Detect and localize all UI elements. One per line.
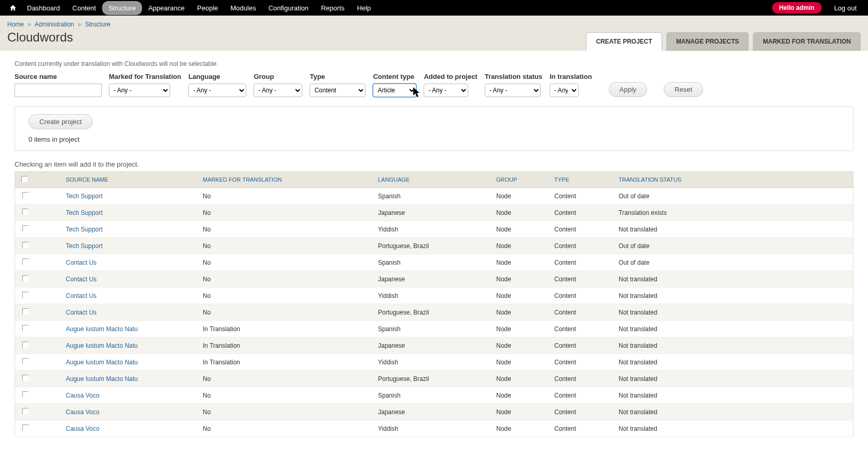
filter-translation-status-select[interactable]: - Any -	[485, 84, 541, 97]
nav-people[interactable]: People	[191, 1, 224, 15]
nav-modules[interactable]: Modules	[225, 1, 262, 15]
breadcrumb-sep: »	[78, 21, 81, 28]
reset-button[interactable]: Reset	[664, 82, 703, 97]
filter-in-translation-select[interactable]: - Any -	[550, 84, 579, 97]
table-row: Tech SupportNoPortuguese, BrazilNodeCont…	[15, 238, 853, 254]
main-content: Content currently under translation with…	[0, 51, 868, 446]
nav-reports[interactable]: Reports	[315, 1, 351, 15]
source-name-link[interactable]: Causa Voco	[66, 425, 100, 432]
source-name-link[interactable]: Augue Iustum Macto Natu	[66, 359, 138, 366]
create-project-button[interactable]: Create project	[29, 114, 93, 129]
source-name-link[interactable]: Tech Support	[66, 193, 103, 200]
row-checkbox[interactable]	[22, 408, 29, 414]
cell-status: Out of date	[613, 254, 853, 271]
filter-marked-select[interactable]: - Any -	[109, 84, 170, 97]
source-name-link[interactable]: Contact Us	[66, 309, 96, 316]
cell-group: Node	[491, 221, 549, 238]
source-name-link[interactable]: Tech Support	[66, 242, 103, 250]
cell-language: Yiddish	[373, 221, 491, 238]
filter-type-select[interactable]: Content	[310, 84, 366, 97]
cell-status: Not translated	[613, 271, 853, 288]
cell-language: Japanese	[373, 271, 491, 288]
table-row: Contact UsNoSpanishNodeContentOut of dat…	[15, 254, 853, 271]
home-icon[interactable]	[5, 1, 21, 15]
breadcrumb-administration[interactable]: Administration	[35, 21, 74, 28]
cell-marked: No	[198, 288, 373, 304]
filter-added-select[interactable]: - Any -	[424, 84, 468, 97]
row-checkbox[interactable]	[22, 209, 29, 215]
col-marked[interactable]: MARKED FOR TRANSLATION	[203, 176, 282, 183]
nav-help[interactable]: Help	[351, 1, 377, 15]
cell-language: Portuguese, Brazil	[373, 238, 491, 254]
logout-link[interactable]: Log out	[828, 1, 863, 15]
cell-marked: No	[198, 254, 373, 271]
row-checkbox[interactable]	[22, 391, 29, 398]
cell-group: Node	[491, 354, 549, 371]
col-group[interactable]: GROUP	[496, 176, 517, 183]
cell-status: Not translated	[613, 371, 853, 387]
col-type[interactable]: TYPE	[554, 176, 569, 183]
row-checkbox[interactable]	[22, 325, 29, 331]
breadcrumb-structure[interactable]: Structure	[85, 21, 110, 28]
table-row: Contact UsNoPortuguese, BrazilNodeConten…	[15, 304, 853, 321]
source-name-link[interactable]: Augue Iustum Macto Natu	[66, 342, 138, 349]
select-all-checkbox[interactable]	[21, 176, 27, 182]
cell-type: Content	[549, 188, 613, 204]
source-name-link[interactable]: Tech Support	[66, 209, 103, 216]
row-checkbox[interactable]	[22, 358, 29, 364]
filter-language-select[interactable]: - Any -	[188, 84, 246, 97]
apply-button[interactable]: Apply	[609, 82, 648, 97]
table-row: Tech SupportNoYiddishNodeContentNot tran…	[15, 221, 853, 238]
cell-type: Content	[549, 254, 613, 271]
nav-configuration[interactable]: Configuration	[262, 1, 315, 15]
row-checkbox[interactable]	[22, 192, 29, 198]
row-checkbox[interactable]	[22, 258, 29, 265]
cell-language: Spanish	[373, 188, 491, 204]
breadcrumb-home[interactable]: Home	[7, 21, 24, 28]
source-name-link[interactable]: Augue Iustum Macto Natu	[66, 325, 138, 333]
filter-content-type-select[interactable]: Article	[373, 84, 416, 97]
row-checkbox[interactable]	[22, 292, 29, 298]
cell-language: Spanish	[373, 387, 491, 404]
cell-type: Content	[549, 221, 613, 238]
row-checkbox[interactable]	[22, 242, 29, 248]
cell-group: Node	[491, 304, 549, 321]
filter-source-name-input[interactable]	[15, 84, 102, 97]
row-checkbox[interactable]	[22, 275, 29, 281]
cell-status: Out of date	[613, 188, 853, 204]
row-checkbox[interactable]	[22, 425, 29, 431]
row-checkbox[interactable]	[22, 225, 29, 231]
source-name-link[interactable]: Contact Us	[66, 292, 96, 299]
filter-group-select[interactable]: - Any -	[254, 84, 302, 97]
tab-marked-for-translation[interactable]: MARKED FOR TRANSLATION	[753, 32, 861, 51]
cell-language: Spanish	[373, 321, 491, 337]
nav-content[interactable]: Content	[66, 1, 103, 15]
col-source-name[interactable]: SOURCE NAME	[66, 176, 108, 183]
breadcrumb: Home » Administration » Structure	[7, 21, 861, 28]
nav-structure[interactable]: Structure	[102, 1, 142, 15]
cell-marked: No	[198, 404, 373, 420]
cell-marked: In Translation	[198, 321, 373, 337]
nav-dashboard[interactable]: Dashboard	[21, 1, 66, 15]
col-status[interactable]: TRANSLATION STATUS	[619, 176, 681, 183]
tab-manage-projects[interactable]: MANAGE PROJECTS	[666, 32, 749, 51]
nav-appearance[interactable]: Appearance	[142, 1, 191, 15]
row-checkbox[interactable]	[22, 342, 29, 348]
cell-group: Node	[491, 371, 549, 387]
source-name-link[interactable]: Causa Voco	[66, 408, 100, 416]
source-name-link[interactable]: Augue Iustum Macto Natu	[66, 375, 138, 383]
source-name-link[interactable]: Causa Voco	[66, 392, 100, 399]
filter-in-translation-label: In translation	[550, 73, 592, 80]
source-name-link[interactable]: Contact Us	[66, 259, 96, 266]
row-checkbox[interactable]	[22, 375, 29, 381]
cell-marked: No	[198, 387, 373, 404]
cell-status: Not translated	[613, 221, 853, 238]
hello-admin-badge[interactable]: Hello admin	[772, 2, 822, 13]
cell-group: Node	[491, 204, 549, 221]
tab-create-project[interactable]: CREATE PROJECT	[586, 32, 662, 51]
col-language[interactable]: LANGUAGE	[378, 176, 410, 183]
cell-language: Spanish	[373, 254, 491, 271]
row-checkbox[interactable]	[22, 308, 29, 315]
source-name-link[interactable]: Tech Support	[66, 226, 103, 233]
source-name-link[interactable]: Contact Us	[66, 276, 96, 283]
